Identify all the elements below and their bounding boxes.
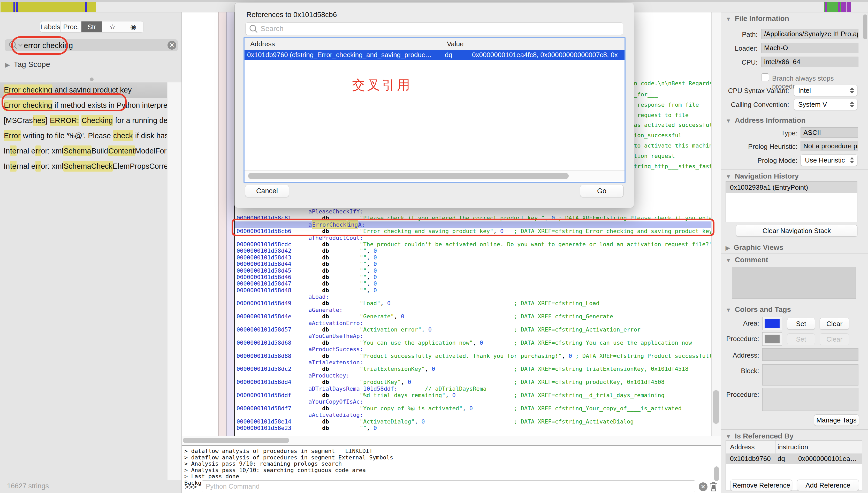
reference-row[interactable]: 0x101db9760 dq 0x0000000101ea… — [726, 453, 862, 464]
asm-data-line[interactable]: 0000000101d58e14 db "ActivateDialog", 0 … — [235, 418, 711, 425]
manage-tags-button[interactable]: Manage Tags — [814, 414, 859, 426]
reference-row[interactable]: 0x101db9760 (cfstring_Error_checking_and… — [245, 50, 624, 60]
table-horizontal-scrollbar[interactable] — [245, 170, 624, 181]
asm-data-line[interactable]: 0000000101d58d88 db "Product successfull… — [235, 353, 711, 359]
pane-splitter-handle[interactable] — [90, 78, 93, 81]
asm-label-line[interactable]: aYourCopyOfIsAc: — [235, 399, 711, 405]
area-color-well[interactable] — [762, 317, 782, 330]
section-colors-and-tags[interactable]: ▼Colors and Tags — [725, 305, 791, 314]
asm-data-line[interactable]: 0000000101d58d46 db "", 0 — [235, 274, 711, 280]
branch-stops-checkbox[interactable] — [761, 73, 769, 81]
comment-textarea[interactable] — [732, 267, 856, 299]
section-address-information[interactable]: ▼Address Information — [725, 116, 806, 125]
clear-navigation-stack-button[interactable]: Clear Navigation Stack — [736, 225, 858, 237]
section-navigation-history[interactable]: ▼Navigation History — [725, 172, 799, 180]
asm-data-line[interactable]: 0000000101d58ddf db "%d trial days remai… — [235, 392, 711, 399]
scrollbar-thumb[interactable] — [248, 173, 569, 179]
ref-column-address[interactable]: Address — [730, 443, 755, 451]
asm-label-line[interactable]: aTrialextension: — [235, 359, 711, 366]
tab-[interactable]: ☆ — [102, 21, 123, 32]
asm-label-line[interactable]: aPleaseCheckIfY: — [235, 208, 711, 215]
asm-data-line[interactable]: 0000000101d58d45 db "", 0 — [235, 267, 711, 274]
asm-label-line[interactable]: aLoad: — [235, 294, 711, 300]
disassembly-horizontal-scrollbar[interactable] — [182, 436, 721, 445]
python-command-input[interactable] — [202, 480, 695, 492]
asm-label-line[interactable]: aYouCanUseTheAp: — [235, 333, 711, 339]
ref-column-instruction[interactable]: instruction — [778, 443, 808, 451]
segment-bar-data[interactable] — [218, 13, 226, 436]
asm-data-line[interactable]: 0000000101d58d4e db "Generate", 0 ; DATA… — [235, 313, 711, 320]
navigation-history-item[interactable]: 0x1002938a1 (EntryPoint) — [726, 181, 857, 193]
tab-[interactable]: ◉ — [123, 21, 144, 32]
inspector-scrollbar-thumb[interactable] — [863, 15, 867, 39]
asm-data-line[interactable]: 0000000101d58e23 db "", 0 — [235, 425, 711, 431]
calling-convention-dropdown[interactable]: System V — [794, 99, 858, 110]
prolog-mode-dropdown[interactable]: Use Heuristic — [801, 154, 858, 166]
area-clear-button[interactable]: Clear — [820, 318, 849, 330]
asm-label-line[interactable]: aGenerate: — [235, 307, 711, 313]
string-result-row[interactable]: Internal error: xmlSchemaBuildContentMod… — [0, 144, 167, 159]
tab-labels[interactable]: Labels — [40, 21, 61, 32]
asm-data-line[interactable]: 0000000101d58d47 db "", 0 — [235, 280, 711, 287]
dialog-search-input[interactable] — [260, 24, 618, 34]
section-is-referenced-by[interactable]: ▼Is Referenced By — [725, 432, 793, 440]
asm-label-line[interactable]: aActivatedialog: — [235, 412, 711, 418]
minimap-segment-block[interactable] — [85, 2, 87, 12]
tab-str[interactable]: Str — [81, 21, 102, 32]
string-result-row[interactable]: Error writing to file '%@'. Please check… — [0, 128, 167, 144]
minimap-segment-block[interactable] — [14, 2, 15, 12]
asm-data-line[interactable]: 0000000101d58df7 db "Your copy of %@ is … — [235, 405, 711, 412]
minimap-segment-block[interactable] — [825, 2, 827, 12]
procedure-clear-button: Clear — [820, 333, 849, 345]
tag-block-field[interactable] — [762, 364, 859, 386]
disassembly-listing[interactable]: aPleaseCheckIfY:0000000101d58c81 db "Ple… — [235, 208, 711, 431]
section-graphic-views[interactable]: ▶Graphic Views — [725, 243, 783, 252]
asm-label-line[interactable]: aProductkey: — [235, 372, 711, 379]
add-reference-button[interactable]: Add Reference — [797, 479, 859, 491]
asm-data-line[interactable]: 0000000101d58d57 db "Activation error", … — [235, 326, 711, 333]
asm-data-line[interactable]: 0000000101d58d44 db "", 0 — [235, 261, 711, 267]
tag-scope-toggle[interactable]: ▶Tag Scope — [5, 60, 50, 69]
asm-label-line[interactable]: aDTrialDaysRema_101d58ddf: // aDTrialDay… — [235, 386, 711, 392]
trash-icon[interactable] — [709, 481, 718, 492]
minimap-segment-block[interactable] — [847, 2, 851, 12]
asm-data-line[interactable]: 0000000101d58cdc db "The product couldn'… — [235, 241, 711, 248]
asm-label-line[interactable]: aActivationErro: — [235, 320, 711, 326]
navigation-history-list[interactable]: 0x1002938a1 (EntryPoint) — [725, 181, 858, 222]
scrollbar-thumb[interactable] — [183, 438, 289, 443]
asm-data-line[interactable]: 0000000101d58d49 db "Load", 0 ; DATA XRE… — [235, 300, 711, 306]
area-set-button[interactable]: Set — [787, 318, 815, 330]
column-header-address[interactable]: Address — [250, 38, 275, 50]
search-clear-icon[interactable]: ✕ — [168, 41, 176, 50]
asm-data-line[interactable]: 0000000101d58d42 db "", 0 — [235, 248, 711, 254]
asm-data-line[interactable]: 0000000101d58dc2 db "trialExtensionKey",… — [235, 366, 711, 372]
tag-procedure-field[interactable] — [762, 388, 859, 411]
asm-data-line[interactable]: 0000000101d58d43 db "", 0 — [235, 254, 711, 261]
tab-proc[interactable]: Proc. — [61, 21, 81, 32]
cancel-button[interactable]: Cancel — [245, 185, 289, 197]
tag-address-field[interactable] — [762, 348, 859, 361]
minimap-segment-block[interactable] — [16, 2, 18, 12]
asm-label-line[interactable]: aProductSuccess: — [235, 346, 711, 352]
section-file-information[interactable]: ▼File Information — [725, 15, 789, 23]
table-header[interactable]: Address Value — [245, 38, 624, 50]
section-comment[interactable]: ▼Comment — [725, 256, 768, 264]
console-scrollbar-thumb[interactable] — [714, 466, 719, 481]
procedure-color-well[interactable] — [762, 332, 782, 346]
asm-data-line[interactable]: 0000000101d58dd4 db "productKey", 0 ; DA… — [235, 379, 711, 385]
console-clear-icon[interactable]: ✕ — [699, 483, 707, 491]
asm-data-line[interactable]: 0000000101d58d48 db "", 0 — [235, 287, 711, 294]
sidebar-scrollbar-gutter[interactable] — [168, 82, 182, 480]
minimap-segment-block[interactable] — [838, 2, 840, 12]
go-button[interactable]: Go — [580, 185, 623, 197]
references-table[interactable]: Address Value 0x101db9760 (cfstring_Erro… — [244, 37, 626, 183]
chevron-down-icon: ▼ — [725, 433, 731, 440]
dialog-search-field[interactable] — [245, 22, 623, 35]
string-result-row[interactable]: Internal error: xmlSchemaCheckElemPropsC… — [0, 159, 167, 174]
column-header-value[interactable]: Value — [447, 38, 464, 50]
minimap-segment-block[interactable] — [841, 2, 846, 12]
string-result-row[interactable]: [MSCrashes] ERROR: Checking for a runnin… — [0, 113, 167, 128]
cpu-syntax-dropdown[interactable]: Intel — [794, 85, 858, 96]
remove-reference-button[interactable]: Remove Reference — [730, 479, 792, 491]
asm-data-line[interactable]: 0000000101d58d68 db "You can use the app… — [235, 340, 711, 346]
